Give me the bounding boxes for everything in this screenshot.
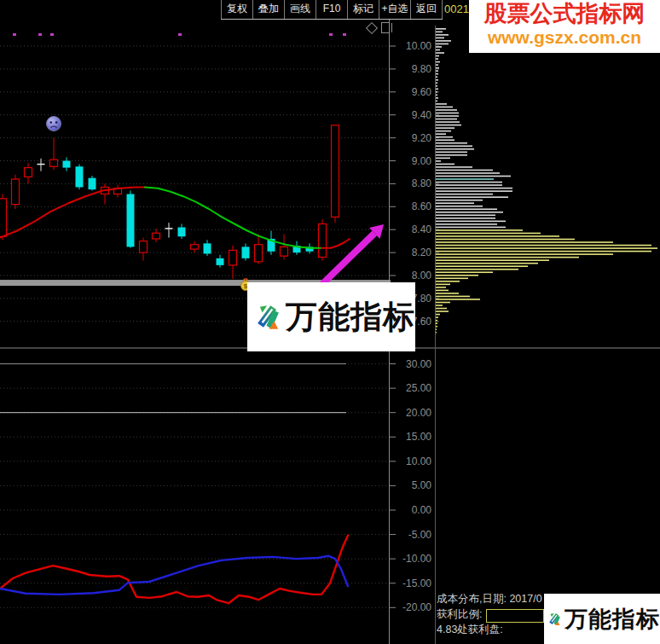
candle-body-up — [319, 223, 327, 257]
watermark-text: 万能指标 — [286, 296, 415, 339]
cost-distribution-bar — [436, 160, 441, 162]
cost-distribution-bar — [436, 208, 497, 210]
cost-distribution-bar — [436, 28, 446, 30]
cost-distribution-bar — [436, 332, 437, 334]
cost-distribution-bar — [436, 76, 437, 78]
cost-distribution-bar — [436, 67, 439, 69]
indicator-axis-label: -5.00 — [391, 529, 431, 541]
candle-body-up — [153, 233, 160, 239]
indicator-axis-label: 25.00 — [391, 382, 431, 394]
watermark-logo-corner: 万能指标 — [544, 594, 660, 644]
candle-body-down — [178, 228, 186, 237]
cost-distribution-bar — [436, 88, 438, 90]
cost-distribution-bar — [436, 172, 500, 174]
cost-distribution-bar — [436, 190, 512, 192]
candle-body-up — [281, 247, 288, 256]
indicator-axis-label: 0.00 — [391, 504, 431, 516]
cost-distribution-bar — [436, 121, 460, 123]
cost-distribution-bar — [436, 178, 494, 180]
candle-body-down — [76, 166, 84, 187]
cost-distribution-bar — [436, 49, 440, 51]
cost-distribution-bar — [436, 314, 440, 316]
cost-distribution-bar — [436, 310, 449, 312]
cost-distribution-bar — [436, 166, 472, 168]
indicator-axis-label: 30.00 — [391, 358, 431, 370]
cost-distribution-bar — [436, 82, 437, 84]
price-axis-label: 9.80 — [391, 63, 431, 75]
cost-distribution-bar — [436, 32, 443, 33]
cost-distribution-bar — [436, 136, 453, 138]
cost-distribution-bar — [436, 293, 459, 294]
toolbar-button-标记[interactable]: 标记 — [347, 0, 379, 19]
price-axis-label: 8.00 — [391, 270, 431, 281]
signal-marker — [343, 33, 346, 36]
toolbar-button-复权[interactable]: 复权 — [221, 0, 252, 19]
cost-distribution-bar — [436, 131, 451, 132]
cost-distribution-bar — [436, 247, 657, 249]
cost-distribution-bar — [436, 271, 493, 273]
toolbar-button-画线[interactable]: 画线 — [284, 0, 316, 19]
cost-distribution-bar — [436, 202, 474, 204]
candle-body-up — [191, 245, 199, 249]
watermark-logo-main: 万能指标 — [247, 282, 415, 351]
diamond-icon[interactable] — [366, 21, 378, 33]
banner-title: 股票公式指标网 — [469, 0, 660, 27]
toolbar-button-返回[interactable]: 返回 — [410, 0, 443, 19]
cost-distribution-bar — [436, 139, 454, 141]
cost-distribution-bar — [436, 320, 437, 322]
profit-ratio-value-box[interactable] — [486, 609, 544, 623]
moving-average-line — [0, 187, 145, 237]
cost-distribution-bar — [436, 142, 467, 144]
signal-marker — [38, 33, 42, 36]
price-axis-label: 9.00 — [391, 155, 431, 167]
cost-distribution-bar — [436, 269, 518, 270]
cost-distribution-bar — [436, 170, 493, 171]
indicator-axis-label: 20.00 — [391, 407, 431, 419]
price-axis-label: 8.40 — [391, 223, 431, 235]
candle-body-down — [204, 243, 211, 253]
cost-distribution-bar — [436, 305, 443, 306]
cost-distribution-bar — [436, 253, 613, 255]
cost-distribution-bar — [436, 326, 437, 328]
cost-distribution-bar — [436, 61, 440, 63]
price-axis-label: 9.40 — [391, 109, 431, 121]
cost-distribution-bar — [436, 241, 613, 243]
ad-banner[interactable]: 股票公式指标网 www.gszx.com.cn — [469, 0, 660, 53]
cost-distribution-bar — [436, 233, 541, 235]
cost-distribution-bar — [436, 158, 450, 160]
cost-distribution-bar — [436, 58, 438, 60]
wannengzhibiao-logo-icon — [547, 601, 562, 637]
candle-body-up — [255, 245, 263, 262]
cost-distribution-bar — [436, 214, 495, 216]
price-axis-label: 9.20 — [391, 132, 431, 144]
toolbar-button-叠加[interactable]: 叠加 — [252, 0, 284, 19]
cost-distribution-bar — [436, 184, 502, 186]
cost-distribution-bar — [436, 200, 483, 201]
candle-body-down — [127, 194, 135, 247]
price-axis-label: 8.80 — [391, 177, 431, 189]
cost-distribution-bar — [436, 308, 447, 310]
cost-distribution-bar — [436, 227, 506, 229]
toolbar-button-F10[interactable]: F10 — [316, 0, 347, 19]
cost-distribution-bar — [436, 125, 461, 126]
cost-distribution-bar — [436, 302, 450, 304]
signal-marker — [50, 33, 54, 36]
cost-distribution-bar — [436, 64, 438, 66]
sad-face-emoji — [47, 117, 61, 131]
cost-distribution-bar — [436, 229, 523, 231]
cost-distribution-bar — [436, 223, 497, 225]
cost-distribution-bar — [436, 263, 538, 264]
cost-distribution-bar — [436, 52, 444, 54]
cost-distribution-bar — [436, 119, 457, 120]
toolbar-button-+自选[interactable]: +自选 — [379, 0, 410, 19]
candle-body-up — [50, 160, 58, 166]
banner-url[interactable]: www.gszx.com.cn — [469, 27, 660, 48]
cost-distribution-bar — [436, 148, 474, 150]
cost-distribution-bar — [436, 206, 483, 207]
cost-distribution-bar — [436, 133, 446, 135]
up-arrow — [322, 233, 374, 284]
top-toolbar: 复权叠加画线F10标记+自选返回 — [221, 0, 443, 20]
restore-window-icon[interactable] — [381, 22, 390, 33]
cost-distribution-bar — [436, 221, 506, 223]
cost-distribution-bar — [436, 265, 528, 267]
